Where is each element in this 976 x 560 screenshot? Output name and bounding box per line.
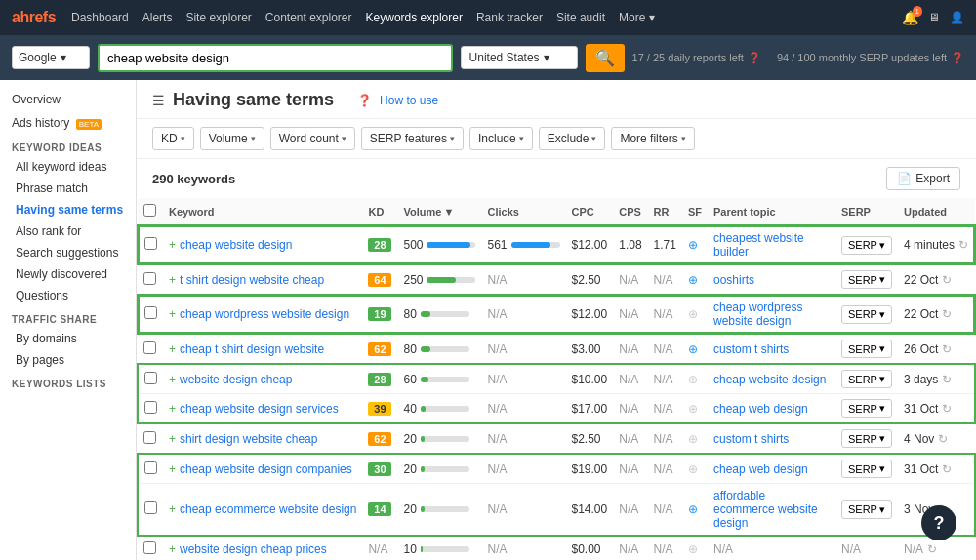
sidebar-item-by-domains[interactable]: By domains <box>0 328 136 349</box>
keyword-link[interactable]: cheap website design services <box>180 402 339 416</box>
nav-dashboard[interactable]: Dashboard <box>71 11 129 24</box>
parent-topic-link[interactable]: cheap web design <box>713 402 808 416</box>
filter-volume[interactable]: Volume ▾ <box>200 127 264 150</box>
hamburger-icon[interactable]: ☰ <box>152 93 165 108</box>
sidebar-item-questions[interactable]: Questions <box>0 285 136 306</box>
refresh-icon[interactable]: ↻ <box>927 542 937 556</box>
keyword-link[interactable]: cheap t shirt design website <box>180 342 324 356</box>
keyword-link[interactable]: shirt design website cheap <box>180 432 317 446</box>
row-checkbox[interactable] <box>144 306 157 319</box>
floating-help-button[interactable]: ? <box>921 505 956 540</box>
sidebar-item-having-same-terms[interactable]: Having same terms <box>0 199 136 220</box>
how-to-link[interactable]: How to use <box>380 94 438 107</box>
nav-site-audit[interactable]: Site audit <box>556 11 605 24</box>
parent-topic-link[interactable]: cheapest website builder <box>713 231 804 259</box>
row-checkbox[interactable] <box>144 501 157 514</box>
filter-more[interactable]: More filters ▾ <box>611 127 694 150</box>
refresh-icon[interactable]: ↻ <box>958 238 968 252</box>
refresh-icon[interactable]: ↻ <box>942 342 952 356</box>
parent-topic-link[interactable]: affordable ecommerce website design <box>713 489 818 530</box>
serp-help-icon[interactable]: ❓ <box>951 52 964 64</box>
keyword-link[interactable]: cheap website design <box>180 238 292 252</box>
keyword-link[interactable]: website design cheap <box>180 373 292 386</box>
serp-button[interactable]: SERP ▾ <box>841 500 892 519</box>
row-checkbox[interactable] <box>144 461 157 474</box>
row-checkbox[interactable] <box>143 272 156 285</box>
keyword-link[interactable]: website design cheap prices <box>180 542 327 556</box>
refresh-icon[interactable]: ↻ <box>942 402 952 416</box>
parent-topic-link[interactable]: cheap wordpress website design <box>713 300 802 328</box>
sidebar-item-newly-discovered[interactable]: Newly discovered <box>0 263 136 285</box>
sidebar-item-phrase-match[interactable]: Phrase match <box>0 178 136 199</box>
sidebar-item-also-rank-for[interactable]: Also rank for <box>0 220 136 242</box>
search-input[interactable] <box>98 44 453 72</box>
volume-bar-fill <box>421 436 425 442</box>
serp-button[interactable]: SERP ▾ <box>841 429 892 448</box>
refresh-icon[interactable]: ↻ <box>942 462 952 476</box>
export-button[interactable]: 📄 Export <box>886 167 960 190</box>
serp-button[interactable]: SERP ▾ <box>841 236 892 255</box>
nav-keywords-explorer[interactable]: Keywords explorer <box>366 11 463 24</box>
keyword-link[interactable]: t shirt design website cheap <box>180 273 324 287</box>
keyword-link[interactable]: cheap ecommerce website design <box>180 502 356 516</box>
country-select[interactable]: United States ▾ <box>461 46 578 69</box>
row-checkbox[interactable] <box>144 401 157 414</box>
filter-kd[interactable]: KD ▾ <box>152 127 194 150</box>
add-keyword-button[interactable]: + <box>169 273 176 287</box>
add-keyword-button[interactable]: + <box>169 542 176 556</box>
nav-content-explorer[interactable]: Content explorer <box>265 11 352 24</box>
refresh-icon[interactable]: ↻ <box>942 273 952 287</box>
refresh-icon[interactable]: ↻ <box>942 307 952 321</box>
row-checkbox[interactable] <box>143 341 156 354</box>
refresh-icon[interactable]: ↻ <box>938 432 948 446</box>
filter-word-count[interactable]: Word count ▾ <box>270 127 355 150</box>
sidebar-item-search-suggestions[interactable]: Search suggestions <box>0 242 136 263</box>
notifications-bell[interactable]: 🔔 1 <box>902 10 918 25</box>
keyword-link[interactable]: cheap website design companies <box>180 462 352 476</box>
nav-site-explorer[interactable]: Site explorer <box>185 11 251 24</box>
add-keyword-button[interactable]: + <box>169 307 176 321</box>
serp-button[interactable]: SERP ▾ <box>841 399 892 418</box>
more-chevron-icon: ▾ <box>681 134 686 143</box>
serp-button[interactable]: SERP ▾ <box>841 370 892 388</box>
row-checkbox[interactable] <box>143 431 156 444</box>
add-keyword-button[interactable]: + <box>169 373 176 386</box>
add-keyword-button[interactable]: + <box>169 238 176 252</box>
parent-topic-link[interactable]: cheap website design <box>713 373 826 386</box>
nav-alerts[interactable]: Alerts <box>142 11 173 24</box>
cpc-value: $12.00 <box>572 238 608 252</box>
engine-select[interactable]: Google ▾ <box>12 46 90 69</box>
reports-help-icon[interactable]: ❓ <box>748 52 761 64</box>
parent-topic-link[interactable]: custom t shirts <box>713 342 789 356</box>
nav-user-icon[interactable]: 👤 <box>950 11 964 24</box>
add-keyword-button[interactable]: + <box>169 432 176 446</box>
parent-topic-link[interactable]: custom t shirts <box>713 432 789 446</box>
filter-exclude[interactable]: Exclude ▾ <box>539 127 606 150</box>
serp-button[interactable]: SERP ▾ <box>841 340 892 358</box>
row-checkbox[interactable] <box>144 372 157 384</box>
row-checkbox[interactable] <box>144 237 157 250</box>
filter-serp-features[interactable]: SERP features ▾ <box>361 127 464 150</box>
sidebar-item-all-keywords[interactable]: All keyword ideas <box>0 156 136 178</box>
row-checkbox[interactable] <box>143 541 156 554</box>
sidebar-item-overview[interactable]: Overview <box>0 88 136 111</box>
th-volume[interactable]: Volume ▼ <box>397 198 481 225</box>
parent-topic-link[interactable]: cheap web design <box>713 462 808 476</box>
serp-button[interactable]: SERP ▾ <box>841 270 892 289</box>
serp-button[interactable]: SERP ▾ <box>841 460 892 478</box>
serp-button[interactable]: SERP ▾ <box>841 305 892 324</box>
add-keyword-button[interactable]: + <box>169 502 176 516</box>
add-keyword-button[interactable]: + <box>169 342 176 356</box>
parent-topic-link[interactable]: ooshirts <box>713 273 754 287</box>
search-button[interactable]: 🔍 <box>586 44 625 72</box>
nav-more[interactable]: More ▾ <box>619 11 655 24</box>
nav-rank-tracker[interactable]: Rank tracker <box>476 11 543 24</box>
sidebar-item-by-pages[interactable]: By pages <box>0 349 136 371</box>
add-keyword-button[interactable]: + <box>169 462 176 476</box>
add-keyword-button[interactable]: + <box>169 402 176 416</box>
refresh-icon[interactable]: ↻ <box>942 373 952 386</box>
sidebar-item-ads-history[interactable]: Ads history BETA <box>0 111 136 135</box>
keyword-link[interactable]: cheap wordpress website design <box>180 307 349 321</box>
select-all-checkbox[interactable] <box>143 204 156 217</box>
filter-include[interactable]: Include ▾ <box>469 127 533 150</box>
